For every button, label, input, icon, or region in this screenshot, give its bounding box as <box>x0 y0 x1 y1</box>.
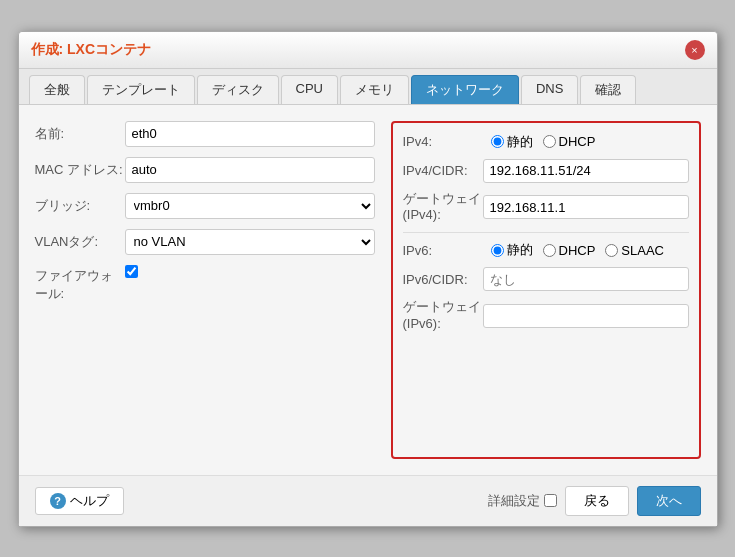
ipv4-cidr-label: IPv4/CIDR: <box>403 163 483 178</box>
bridge-row: ブリッジ: vmbr0 <box>35 193 375 219</box>
ipv4-dhcp-radio[interactable] <box>543 135 556 148</box>
ipv6-mode-row: IPv6: 静的 DHCP SLAAC <box>403 241 689 259</box>
footer-left: ? ヘルプ <box>35 487 124 515</box>
ipv4-radio-group: 静的 DHCP <box>491 133 596 151</box>
name-input[interactable] <box>125 121 375 147</box>
ipv4-mode-row: IPv4: 静的 DHCP <box>403 133 689 151</box>
mac-label: MAC アドレス: <box>35 161 125 179</box>
ipv6-slaac-option[interactable]: SLAAC <box>605 243 664 258</box>
title-prefix: 作成: <box>31 41 68 57</box>
tab-cpu[interactable]: CPU <box>281 75 338 104</box>
ipv4-cidr-input[interactable] <box>483 159 689 183</box>
tab-template[interactable]: テンプレート <box>87 75 195 104</box>
ipv6-static-option[interactable]: 静的 <box>491 241 533 259</box>
ipv6-label: IPv6: <box>403 243 483 258</box>
gateway-ipv6-row: ゲートウェイ (IPv6): <box>403 299 689 333</box>
ipv6-cidr-input[interactable] <box>483 267 689 291</box>
ipv6-dhcp-label: DHCP <box>559 243 596 258</box>
bridge-label: ブリッジ: <box>35 197 125 215</box>
firewall-checkbox[interactable] <box>125 265 138 278</box>
back-button[interactable]: 戻る <box>565 486 629 516</box>
ipv4-dhcp-option[interactable]: DHCP <box>543 134 596 149</box>
ipv4-label: IPv4: <box>403 134 483 149</box>
tab-general[interactable]: 全般 <box>29 75 85 104</box>
ipv6-cidr-label: IPv6/CIDR: <box>403 272 483 287</box>
bridge-select[interactable]: vmbr0 <box>125 193 375 219</box>
ipv6-dhcp-radio[interactable] <box>543 244 556 257</box>
name-row: 名前: <box>35 121 375 147</box>
firewall-checkbox-area <box>125 265 138 278</box>
dialog-titlebar: 作成: LXCコンテナ × <box>19 32 717 69</box>
ipv4-cidr-row: IPv4/CIDR: <box>403 159 689 183</box>
left-form-panel: 名前: MAC アドレス: ブリッジ: vmbr0 VLANタグ: no VLA… <box>35 121 375 459</box>
vlan-row: VLANタグ: no VLAN <box>35 229 375 255</box>
detail-setting-label: 詳細設定 <box>488 492 540 510</box>
firewall-label: ファイアウォール: <box>35 265 125 303</box>
tab-confirm[interactable]: 確認 <box>580 75 636 104</box>
tab-memory[interactable]: メモリ <box>340 75 409 104</box>
help-button[interactable]: ? ヘルプ <box>35 487 124 515</box>
gateway-ipv4-input[interactable] <box>483 195 689 219</box>
next-button[interactable]: 次へ <box>637 486 701 516</box>
gateway-ipv6-label: ゲートウェイ (IPv6): <box>403 299 483 333</box>
close-button[interactable]: × <box>685 40 705 60</box>
ipv4-static-option[interactable]: 静的 <box>491 133 533 151</box>
ipv4-static-label: 静的 <box>507 133 533 151</box>
ipv6-slaac-radio[interactable] <box>605 244 618 257</box>
tab-bar: 全般 テンプレート ディスク CPU メモリ ネットワーク DNS 確認 <box>19 69 717 105</box>
lxc-container-dialog: 作成: LXCコンテナ × 全般 テンプレート ディスク CPU メモリ ネット… <box>18 31 718 527</box>
detail-setting-area: 詳細設定 <box>488 492 557 510</box>
ipv6-slaac-label: SLAAC <box>621 243 664 258</box>
title-main: LXCコンテナ <box>67 41 151 57</box>
dialog-body: 名前: MAC アドレス: ブリッジ: vmbr0 VLANタグ: no VLA… <box>19 105 717 475</box>
dialog-footer: ? ヘルプ 詳細設定 戻る 次へ <box>19 475 717 526</box>
ipv6-radio-group: 静的 DHCP SLAAC <box>491 241 664 259</box>
network-right-panel: IPv4: 静的 DHCP IPv4/CIDR: <box>391 121 701 459</box>
ipv6-dhcp-option[interactable]: DHCP <box>543 243 596 258</box>
tab-dns[interactable]: DNS <box>521 75 578 104</box>
gateway-ipv6-input[interactable] <box>483 304 689 328</box>
mac-row: MAC アドレス: <box>35 157 375 183</box>
gateway-ipv4-row: ゲートウェイ (IPv4): <box>403 191 689 225</box>
tab-network[interactable]: ネットワーク <box>411 75 519 104</box>
footer-right: 詳細設定 戻る 次へ <box>488 486 701 516</box>
tab-disk[interactable]: ディスク <box>197 75 279 104</box>
help-label: ヘルプ <box>70 492 109 510</box>
vlan-select[interactable]: no VLAN <box>125 229 375 255</box>
mac-input[interactable] <box>125 157 375 183</box>
ipv6-cidr-row: IPv6/CIDR: <box>403 267 689 291</box>
ipv6-static-label: 静的 <box>507 241 533 259</box>
vlan-label: VLANタグ: <box>35 233 125 251</box>
help-icon: ? <box>50 493 66 509</box>
gateway-ipv4-label: ゲートウェイ (IPv4): <box>403 191 483 225</box>
dialog-title: 作成: LXCコンテナ <box>31 41 152 59</box>
divider <box>403 232 689 233</box>
name-label: 名前: <box>35 125 125 143</box>
firewall-row: ファイアウォール: <box>35 265 375 303</box>
detail-setting-checkbox[interactable] <box>544 494 557 507</box>
ipv4-static-radio[interactable] <box>491 135 504 148</box>
ipv4-dhcp-label: DHCP <box>559 134 596 149</box>
ipv6-static-radio[interactable] <box>491 244 504 257</box>
